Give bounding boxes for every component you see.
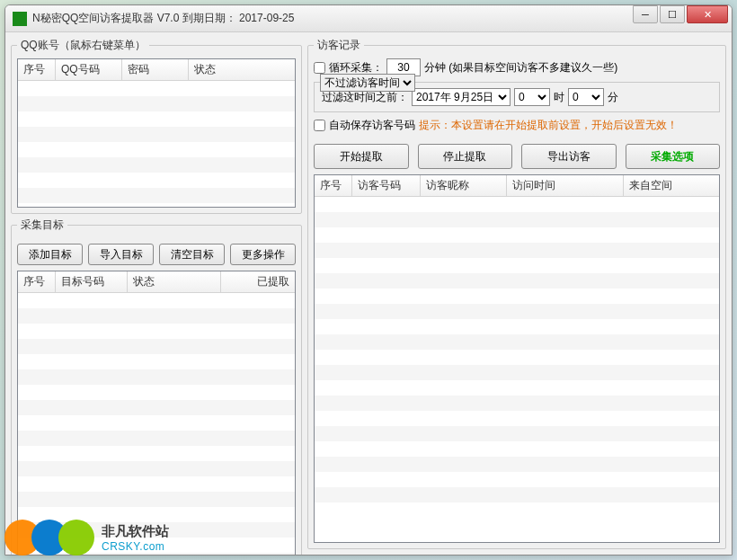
table-row[interactable] xyxy=(315,212,719,227)
table-row[interactable] xyxy=(18,446,295,461)
table-row[interactable] xyxy=(315,258,719,273)
targets-group: 采集目标 添加目标 导入目标 清空目标 更多操作 序号 目标号码 状态 已提取 xyxy=(11,218,302,556)
table-row[interactable] xyxy=(18,476,295,492)
table-row[interactable] xyxy=(315,334,719,350)
table-row[interactable] xyxy=(18,96,295,111)
table-row[interactable] xyxy=(18,324,295,339)
table-row[interactable] xyxy=(315,365,719,380)
maximize-button[interactable]: ☐ xyxy=(660,5,685,23)
table-row[interactable] xyxy=(18,111,295,127)
add-target-button[interactable]: 添加目标 xyxy=(17,244,83,265)
table-row[interactable] xyxy=(315,441,719,457)
qq-legend: QQ账号（鼠标右键菜单） xyxy=(17,38,149,53)
records-legend: 访客记录 xyxy=(314,38,364,53)
visitor-records-group: 访客记录 循环采集： 分钟 (如果目标空间访客不多建议久一些) 不过滤访客时间 … xyxy=(307,38,726,549)
table-row[interactable] xyxy=(18,400,295,415)
stop-extract-button[interactable]: 停止提取 xyxy=(418,144,513,169)
rec-col-from[interactable]: 来自空间 xyxy=(624,175,719,196)
table-row[interactable] xyxy=(18,157,295,173)
loop-unit: 分钟 (如果目标空间访客不多建议久一些) xyxy=(424,60,617,76)
start-extract-button[interactable]: 开始提取 xyxy=(314,144,409,169)
tgt-col-index[interactable]: 序号 xyxy=(18,271,56,292)
table-row[interactable] xyxy=(18,81,295,96)
records-table[interactable]: 序号 访客号码 访客昵称 访问时间 来自空间 xyxy=(314,174,720,543)
autosave-label: 自动保存访客号码 xyxy=(329,118,415,133)
app-icon xyxy=(13,12,27,26)
rec-col-nick[interactable]: 访客昵称 xyxy=(421,175,507,196)
app-window: N秘密QQ空间访客提取器 V7.0 到期日期： 2017-09-25 ─ ☐ ✕… xyxy=(4,4,733,556)
rec-col-number[interactable]: 访客号码 xyxy=(352,175,421,196)
table-row[interactable] xyxy=(315,289,719,304)
tgt-col-extracted[interactable]: 已提取 xyxy=(221,271,295,292)
qq-table[interactable]: 序号 QQ号码 密码 状态 xyxy=(17,58,296,208)
import-target-button[interactable]: 导入目标 xyxy=(88,244,154,265)
table-row[interactable] xyxy=(18,369,295,385)
table-row[interactable] xyxy=(18,431,295,446)
table-row[interactable] xyxy=(18,173,295,188)
table-row[interactable] xyxy=(315,319,719,334)
qq-col-number[interactable]: QQ号码 xyxy=(56,59,122,80)
table-row[interactable] xyxy=(315,227,719,243)
table-row[interactable] xyxy=(315,197,719,212)
min-unit: 分 xyxy=(608,90,618,105)
table-row[interactable] xyxy=(315,426,719,441)
collect-options-button[interactable]: 采集选项 xyxy=(626,144,721,169)
tgt-col-number[interactable]: 目标号码 xyxy=(56,271,128,292)
table-row[interactable] xyxy=(18,492,295,507)
rec-col-index[interactable]: 序号 xyxy=(315,175,352,196)
tgt-col-status[interactable]: 状态 xyxy=(128,271,221,292)
table-row[interactable] xyxy=(315,487,719,502)
more-actions-button[interactable]: 更多操作 xyxy=(230,244,296,265)
table-row[interactable] xyxy=(18,188,295,203)
watermark-cn: 非凡软件站 xyxy=(102,523,169,540)
qq-col-status[interactable]: 状态 xyxy=(189,59,295,80)
autosave-checkbox[interactable] xyxy=(314,120,325,131)
table-row[interactable] xyxy=(315,304,719,319)
table-row[interactable] xyxy=(18,385,295,400)
close-button[interactable]: ✕ xyxy=(687,5,728,23)
table-row[interactable] xyxy=(18,339,295,354)
targets-legend: 采集目标 xyxy=(17,218,67,233)
clear-target-button[interactable]: 清空目标 xyxy=(159,244,225,265)
table-row[interactable] xyxy=(18,308,295,324)
filter-fieldset: 不过滤访客时间 过滤这时间之前： 2017年 9月25日 0 时 0 分 xyxy=(314,82,720,112)
autosave-warning: 提示：本设置请在开始提取前设置，开始后设置无效！ xyxy=(419,118,678,133)
table-row[interactable] xyxy=(315,380,719,396)
filter-min-select[interactable]: 0 xyxy=(568,88,604,106)
minimize-button[interactable]: ─ xyxy=(633,5,658,23)
table-row[interactable] xyxy=(315,273,719,289)
filter-date-select[interactable]: 2017年 9月25日 xyxy=(412,88,511,106)
export-visitors-button[interactable]: 导出访客 xyxy=(521,144,617,169)
filter-mode-select[interactable]: 不过滤访客时间 xyxy=(320,74,415,92)
filter-hour-select[interactable]: 0 xyxy=(514,88,550,106)
titlebar[interactable]: N秘密QQ空间访客提取器 V7.0 到期日期： 2017-09-25 ─ ☐ ✕ xyxy=(5,5,732,32)
table-row[interactable] xyxy=(315,411,719,426)
title-text: N秘密QQ空间访客提取器 V7.0 到期日期： 2017-09-25 xyxy=(32,11,633,26)
hour-unit: 时 xyxy=(554,90,564,105)
watermark-en: CRSKY.com xyxy=(102,540,169,553)
table-row[interactable] xyxy=(18,142,295,157)
table-row[interactable] xyxy=(18,461,295,476)
table-row[interactable] xyxy=(315,243,719,258)
filter-label: 过滤这时间之前： xyxy=(322,90,408,105)
table-row[interactable] xyxy=(315,472,719,487)
loop-collect-checkbox[interactable] xyxy=(314,62,325,74)
table-row[interactable] xyxy=(315,396,719,411)
rec-col-time[interactable]: 访问时间 xyxy=(507,175,624,196)
qq-col-index[interactable]: 序号 xyxy=(18,59,56,80)
table-row[interactable] xyxy=(18,293,295,308)
table-row[interactable] xyxy=(18,354,295,369)
watermark: 非凡软件站 CRSKY.com xyxy=(4,520,169,556)
targets-table[interactable]: 序号 目标号码 状态 已提取 xyxy=(17,271,296,556)
qq-col-password[interactable]: 密码 xyxy=(122,59,189,80)
qq-accounts-group: QQ账号（鼠标右键菜单） 序号 QQ号码 密码 状态 xyxy=(11,38,302,214)
table-row[interactable] xyxy=(315,350,719,365)
loop-label: 循环采集： xyxy=(329,60,383,76)
table-row[interactable] xyxy=(18,415,295,431)
logo-dot-green xyxy=(58,520,94,556)
table-row[interactable] xyxy=(315,457,719,472)
table-row[interactable] xyxy=(18,127,295,142)
